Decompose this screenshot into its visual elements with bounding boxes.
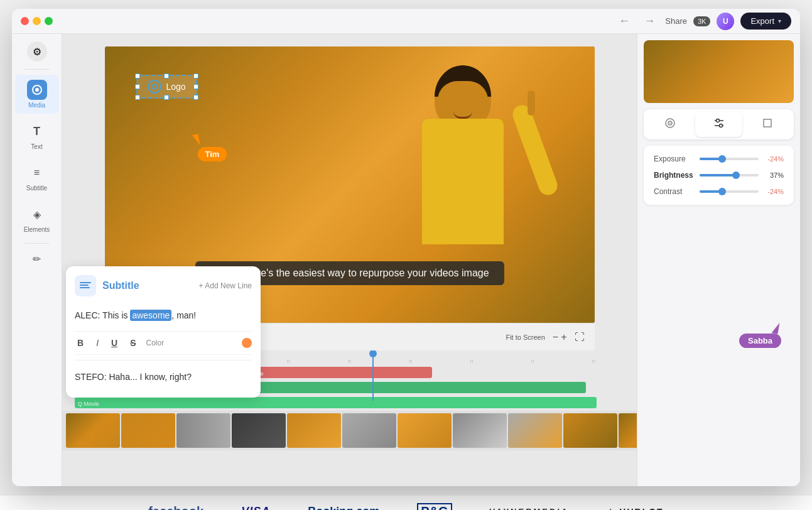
fullscreen-button[interactable] [45, 17, 53, 25]
svg-point-11 [719, 124, 722, 127]
sidebar-item-elements[interactable]: ◈ Elements [15, 199, 59, 238]
sidebar-item-media[interactable]: Media [15, 75, 59, 114]
logo-icon [148, 80, 161, 94]
svg-point-9 [716, 119, 719, 122]
resize-handle-tm[interactable] [164, 73, 169, 79]
zoom-out-button[interactable]: − [553, 332, 558, 343]
resize-handle-tr[interactable] [193, 73, 198, 79]
thumbnails-strip: + [62, 411, 637, 450]
export-button[interactable]: Export ▾ [740, 13, 791, 30]
brand-vaynermedia: VAYNERMEDIA [490, 507, 570, 510]
undo-button[interactable]: ← [615, 13, 634, 29]
bold-button[interactable]: B [75, 337, 86, 349]
clip-red[interactable]: Hi Voice [240, 367, 432, 378]
subtitle-panel-title: Subtitle [102, 280, 193, 291]
effects-icon [664, 117, 676, 132]
elements-icon: ◈ [27, 204, 47, 224]
subtitle-entry-1: ALEC: This is awesome, man! [75, 304, 252, 327]
resize-handle-br[interactable] [193, 95, 198, 100]
text-icon: T [27, 121, 47, 141]
sidebar-divider [24, 69, 50, 70]
title-bar: ← → Share 3K U Export ▾ [12, 9, 800, 34]
svg-rect-4 [80, 287, 90, 288]
color-label: Color [146, 339, 164, 347]
add-new-line-button[interactable]: + Add New Line [199, 281, 252, 290]
close-button[interactable] [21, 17, 29, 25]
adjustments-tab[interactable] [695, 112, 743, 137]
thumbnail-9 [508, 413, 562, 448]
resize-handle-ml[interactable] [135, 84, 140, 89]
thumbnail-8 [453, 413, 507, 448]
color-picker[interactable] [242, 338, 252, 348]
resize-handle-bm[interactable] [164, 95, 169, 100]
edit-button[interactable]: ✏ [27, 249, 47, 269]
text-label: Text [31, 143, 42, 150]
logo-element[interactable]: Logo [136, 75, 197, 99]
contrast-row: Contrast -24% [654, 187, 784, 196]
canvas-container: Subtitle + Add New Line ALEC: This is aw… [62, 34, 637, 486]
effects-tab[interactable] [646, 112, 694, 137]
settings-icon: ⚙ [33, 46, 41, 58]
formatting-bar: B I U S Color [75, 331, 252, 355]
clip-bg[interactable]: Q Movie [75, 397, 597, 408]
contrast-value: -24% [764, 188, 784, 195]
thumbnail-11 [619, 413, 637, 448]
exposure-slider[interactable] [700, 158, 759, 160]
brand-booking: Booking.com [308, 505, 379, 510]
subtitle-text-after: , man! [171, 310, 196, 320]
resize-handle-bl[interactable] [135, 95, 140, 100]
svg-point-1 [35, 88, 39, 92]
traffic-lights [21, 17, 53, 25]
brand-facebook: facebook [148, 504, 203, 510]
resize-handle-tl[interactable] [135, 73, 140, 79]
sabba-cursor: Sabba [739, 322, 781, 348]
right-panel: Exposure -24% Brightness [637, 34, 800, 486]
sidebar-divider-2 [24, 243, 50, 244]
avatar: U [717, 13, 734, 30]
sabba-arrow-icon [772, 322, 780, 334]
svg-rect-12 [764, 119, 771, 127]
share-button[interactable]: Share [665, 16, 687, 26]
thumbnail-2 [121, 413, 175, 448]
thumbnail-1 [66, 413, 120, 448]
zoom-in-button[interactable]: + [561, 332, 566, 343]
subtitle-text-before: ALEC: This is [75, 310, 130, 320]
timeline-scrubber[interactable] [372, 350, 374, 401]
canvas-area: Subtitle + Add New Line ALEC: This is aw… [62, 34, 637, 486]
crop-icon [761, 117, 774, 132]
subtitle-highlight: awesome [130, 310, 171, 321]
redo-button[interactable]: → [640, 13, 659, 29]
svg-rect-3 [80, 285, 89, 286]
fullscreen-button[interactable]: ⛶ [575, 332, 585, 343]
underline-button[interactable]: U [109, 337, 120, 349]
sidebar-item-subtitle[interactable]: ≡ Subtitle [15, 158, 59, 197]
settings-button[interactable]: ⚙ [27, 41, 47, 62]
brightness-row: Brightness 37% [654, 171, 784, 180]
exposure-row: Exposure -24% [654, 155, 784, 163]
brand-pg: P&G [417, 503, 452, 510]
minimize-button[interactable] [33, 17, 41, 25]
export-chevron-icon: ▾ [778, 18, 781, 24]
sidebar-item-text[interactable]: T Text [15, 116, 59, 155]
thumbnail-4 [232, 413, 286, 448]
fit-screen-button[interactable]: Fit to Screen [506, 334, 544, 341]
contrast-slider[interactable] [700, 190, 759, 193]
thumbnail-5 [287, 413, 341, 448]
main-content: ⚙ Media T Text ≡ Subtitle [12, 34, 800, 486]
resize-handle-mr[interactable] [193, 84, 198, 89]
subtitle-text-1: ALEC: This is awesome, man! [75, 309, 252, 322]
exposure-label: Exposure [654, 155, 695, 163]
timeline-track-3: Q Movie [75, 396, 624, 410]
thumbnail-6 [342, 413, 396, 448]
brightness-slider[interactable] [700, 174, 759, 176]
crop-tab[interactable] [744, 112, 791, 137]
adjustments-icon [713, 117, 725, 132]
strikethrough-button[interactable]: S [127, 337, 138, 349]
brand-visa: VISA [241, 505, 270, 510]
tim-cursor: Tim [193, 134, 227, 161]
thumbnail-3 [176, 413, 230, 448]
zoom-controls: − + [553, 332, 567, 343]
italic-button[interactable]: I [94, 337, 101, 349]
elements-label: Elements [24, 226, 50, 233]
subtitle-panel-header: Subtitle + Add New Line [75, 275, 252, 296]
